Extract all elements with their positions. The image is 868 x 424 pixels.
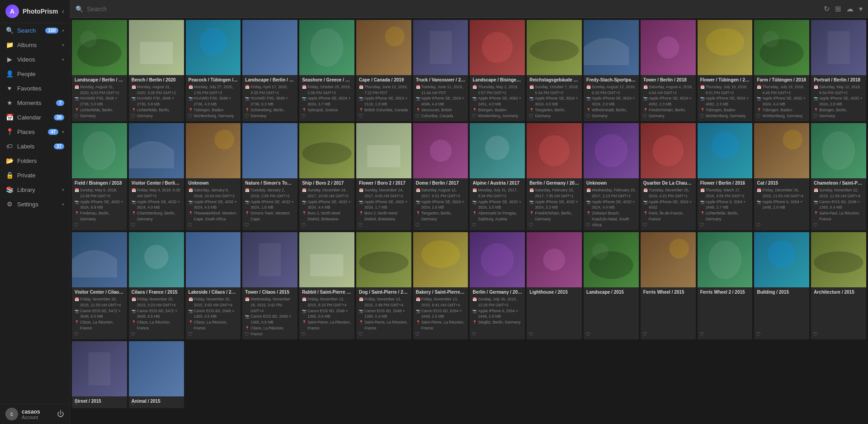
photo-card[interactable]: ♡ Field / Bisingen / 2018 📅Sunday, May 6…	[72, 123, 127, 230]
favorite-icon[interactable]: ♡	[585, 222, 590, 229]
sidebar-item-private[interactable]: 🔒 Private	[0, 168, 70, 182]
favorite-icon[interactable]: ♡	[74, 331, 79, 338]
photo-card[interactable]: ♡ Lakeside / Cilaos / 2015 📅Friday, Nove…	[186, 232, 241, 339]
sidebar-item-library[interactable]: 📚 Library ▾	[0, 182, 70, 197]
favorite-icon[interactable]: ♡	[585, 113, 590, 119]
sidebar-item-search[interactable]: 🔍 Search 100 ▾	[0, 23, 70, 38]
favorite-icon[interactable]: ♡	[813, 113, 818, 119]
favorite-icon[interactable]: ♡	[244, 113, 249, 119]
favorite-icon[interactable]: ♡	[188, 113, 193, 119]
sidebar-collapse-button[interactable]: ‹	[62, 7, 64, 15]
favorite-icon[interactable]: ♡	[756, 113, 761, 119]
sidebar-item-people[interactable]: 👤 People	[0, 67, 70, 81]
cloud-icon[interactable]: ☁	[846, 5, 854, 13]
photo-card[interactable]: ♡ Ship / Boro 2 / 2017 📅Sunday, December…	[299, 123, 354, 230]
photo-card[interactable]: ♡ Portrait / Berlin / 2018 📅Saturday, Ma…	[811, 20, 866, 121]
sidebar-item-settings[interactable]: ⚙ Settings ▾	[0, 197, 70, 211]
photo-card[interactable]: ♡ Berlin / Germany / 2017 📅Saturday, Feb…	[527, 123, 582, 230]
sidebar-item-albums[interactable]: 📁 Albums ▾	[0, 38, 70, 52]
photo-card[interactable]: ♡ Peacock / Tübingen / 2020 📅Monday, Jul…	[186, 20, 241, 121]
favorite-icon[interactable]: ♡	[813, 222, 818, 229]
photo-card[interactable]: ♡ Lighthouse / 2015	[527, 232, 582, 339]
photo-card[interactable]: ♡ Street / 2015	[72, 341, 127, 408]
favorite-icon[interactable]: ♡	[642, 331, 647, 338]
favorite-icon[interactable]: ♡	[528, 331, 533, 338]
favorite-icon[interactable]: ♡	[585, 331, 590, 338]
favorite-icon[interactable]: ♡	[301, 331, 306, 338]
photo-card[interactable]: ♡ Berlin / Germany / 2015 📅Sunday, July …	[470, 232, 525, 339]
photo-card[interactable]: ♡ Landscape / 2015	[584, 232, 639, 339]
chevron-down-icon[interactable]: ▾	[859, 5, 863, 13]
photo-card[interactable]: ♡ Animal / 2015	[129, 341, 184, 408]
favorite-icon[interactable]: ♡	[756, 222, 761, 229]
favorite-icon[interactable]: ♡	[699, 113, 704, 119]
favorite-icon[interactable]: ♡	[244, 331, 249, 338]
photo-card[interactable]: ♡ Flower / Tübingen / 2018 📅Thursday, Ju…	[698, 20, 753, 121]
favorite-icon[interactable]: ♡	[131, 400, 136, 406]
photo-card[interactable]: ♡ Ferris Wheel / 2015	[641, 232, 696, 339]
photo-card[interactable]: ♡ Dome / Berlin / 2017 📅Saturday, August…	[413, 123, 468, 230]
favorite-icon[interactable]: ♡	[358, 113, 363, 119]
favorite-icon[interactable]: ♡	[472, 113, 476, 119]
sidebar-item-places[interactable]: 📍 Places 47 ▾	[0, 124, 70, 139]
favorite-icon[interactable]: ♡	[415, 331, 420, 338]
photo-card[interactable]: ♡ Tower / Berlin / 2018 📅Saturday, Augus…	[641, 20, 696, 121]
photo-card[interactable]: ♡ Landscape / Berlin / 2020 📅Monday, Aug…	[72, 20, 127, 121]
photo-card[interactable]: ♡ Landscape / Bisingen / 2019 📅Thursday,…	[470, 20, 525, 121]
photo-card[interactable]: ♡ Cape / Canada / 2019 📅Thursday, June 1…	[356, 20, 411, 121]
favorite-icon[interactable]: ♡	[699, 222, 704, 229]
photo-card[interactable]: ♡ Landscape / Berlin / 2020 📅Friday, Apr…	[242, 20, 297, 121]
photo-card[interactable]: ♡ Seashore / Greece / 2019 📅Friday, Octo…	[299, 20, 354, 121]
favorite-icon[interactable]: ♡	[131, 113, 136, 119]
photo-card[interactable]: ♡ Alpine / Austria / 2017 📅Monday, July …	[470, 123, 525, 230]
favorite-icon[interactable]: ♡	[756, 331, 761, 338]
photo-card[interactable]: ♡ Visitor Center / Cilaos / 2015 📅Friday…	[72, 232, 127, 339]
photo-card[interactable]: ♡ Building / 2015	[754, 232, 809, 339]
refresh-icon[interactable]: ↻	[824, 5, 830, 13]
sidebar-item-calendar[interactable]: 📅 Calendar 39	[0, 110, 70, 124]
photo-card[interactable]: ♡ Rabbit / Saint-Pierre / 2015 📅Friday, …	[299, 232, 354, 339]
favorite-icon[interactable]: ♡	[74, 222, 79, 229]
photo-card[interactable]: ♡ Fredy-Stach-Sportpark / Berlin / 2018 …	[584, 20, 639, 121]
sidebar-item-favorites[interactable]: ♥ Favorites	[0, 81, 70, 95]
favorite-icon[interactable]: ♡	[358, 222, 363, 229]
favorite-icon[interactable]: ♡	[301, 222, 306, 229]
favorite-icon[interactable]: ♡	[813, 331, 818, 338]
photo-card[interactable]: ♡ Architecture / 2015	[811, 232, 866, 339]
photo-card[interactable]: ♡ Bakery / Saint-Pierre / 2015 📅Friday, …	[413, 232, 468, 339]
favorite-icon[interactable]: ♡	[415, 113, 420, 119]
photo-card[interactable]: ♡ Chameleon / Saint-Paul / 2015 📅Sunday,…	[811, 123, 866, 230]
photo-card[interactable]: ♡ Cilaos / France / 2015 📅Friday, Novemb…	[129, 232, 184, 339]
photo-card[interactable]: ♡ Dog / Saint-Pierre / 2015 📅Friday, Nov…	[356, 232, 411, 339]
favorite-icon[interactable]: ♡	[472, 222, 476, 229]
search-input[interactable]	[87, 5, 820, 13]
favorite-icon[interactable]: ♡	[642, 113, 647, 119]
favorite-icon[interactable]: ♡	[131, 331, 136, 338]
sidebar-item-folders[interactable]: 📂 Folders	[0, 153, 70, 168]
photo-card[interactable]: ♡ Unknown 📅Wednesday, February 15, 2017,…	[584, 123, 639, 230]
favorite-icon[interactable]: ♡	[188, 331, 193, 338]
photo-card[interactable]: ♡ Quartier De La Chaussée-D'Antin / 2016…	[641, 123, 696, 230]
photo-card[interactable]: ♡ Nature / Simon's Town / 2018 📅Tuesday,…	[242, 123, 297, 230]
photo-card[interactable]: ♡ Flower / Berlin / 2016 📅Thursday, Marc…	[698, 123, 753, 230]
favorite-icon[interactable]: ♡	[244, 222, 249, 229]
favorite-icon[interactable]: ♡	[528, 222, 533, 229]
photo-card[interactable]: ♡ Visitor Center / Berlin / 2018 📅Friday…	[129, 123, 184, 230]
photo-card[interactable]: ♡ Tower / Cilaos / 2015 📅Wednesday, Nove…	[242, 232, 297, 339]
favorite-icon[interactable]: ♡	[472, 331, 476, 338]
photo-card[interactable]: ♡ Flower / Boro 2 / 2017 📅Sunday, Decemb…	[356, 123, 411, 230]
favorite-icon[interactable]: ♡	[699, 331, 704, 338]
photo-card[interactable]: ♡ Cat / 2015 📅Friday, December 25, 2015,…	[754, 123, 809, 230]
favorite-icon[interactable]: ♡	[642, 222, 647, 229]
logout-button[interactable]: ⏻	[57, 410, 64, 418]
photo-card[interactable]: ♡ Reichstagsgebäude Berlin / 2018 📅Sunda…	[527, 20, 582, 121]
favorite-icon[interactable]: ♡	[528, 113, 533, 119]
favorite-icon[interactable]: ♡	[301, 113, 306, 119]
favorite-icon[interactable]: ♡	[74, 400, 79, 406]
photo-card[interactable]: ♡ Unknown 📅Saturday, January 6, 2018, 10…	[186, 123, 241, 230]
favorite-icon[interactable]: ♡	[188, 222, 193, 229]
sidebar-item-labels[interactable]: 🏷 Labels 37	[0, 139, 70, 153]
photo-card[interactable]: ♡ Truck / Vancouver / 2019 📅Tuesday, Jun…	[413, 20, 468, 121]
sidebar-item-moments[interactable]: ★ Moments 7	[0, 95, 70, 110]
favorite-icon[interactable]: ♡	[131, 222, 136, 229]
